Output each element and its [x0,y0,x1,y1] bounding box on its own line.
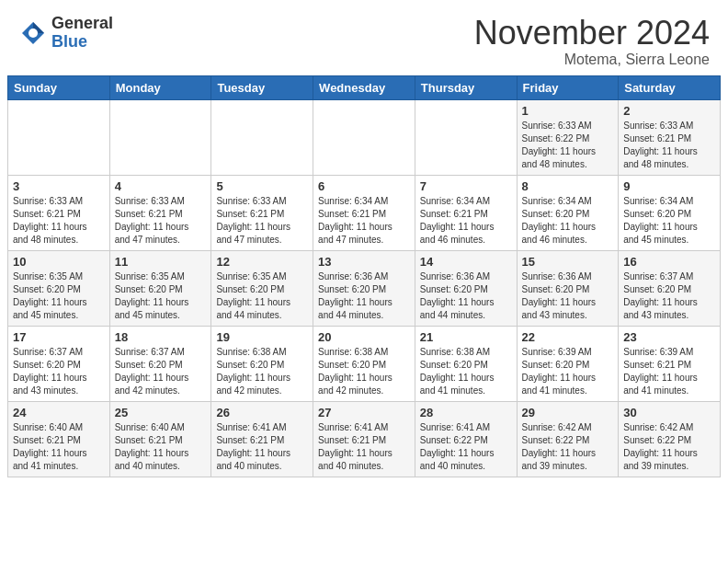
calendar-cell: 25Sunrise: 6:40 AM Sunset: 6:21 PM Dayli… [109,401,211,477]
day-number: 6 [318,179,410,193]
day-info: Sunrise: 6:33 AM Sunset: 6:21 PM Dayligh… [115,195,207,247]
day-info: Sunrise: 6:41 AM Sunset: 6:21 PM Dayligh… [216,421,308,473]
calendar-cell: 16Sunrise: 6:37 AM Sunset: 6:20 PM Dayli… [619,250,721,326]
day-number: 29 [522,406,614,419]
calendar-cell: 1Sunrise: 6:33 AM Sunset: 6:22 PM Daylig… [517,99,619,175]
day-number: 3 [13,179,105,193]
day-info: Sunrise: 6:34 AM Sunset: 6:20 PM Dayligh… [522,195,614,247]
calendar-cell: 27Sunrise: 6:41 AM Sunset: 6:21 PM Dayli… [313,401,415,477]
day-info: Sunrise: 6:36 AM Sunset: 6:20 PM Dayligh… [420,270,512,322]
svg-point-2 [28,29,38,38]
day-info: Sunrise: 6:33 AM Sunset: 6:21 PM Dayligh… [623,120,715,171]
col-friday: Friday [517,75,619,99]
calendar-cell: 19Sunrise: 6:38 AM Sunset: 6:20 PM Dayli… [211,326,313,401]
day-number: 25 [115,406,207,419]
day-number: 27 [318,406,410,419]
day-info: Sunrise: 6:34 AM Sunset: 6:21 PM Dayligh… [420,195,512,247]
month-title: November 2024 [474,15,710,52]
day-info: Sunrise: 6:38 AM Sunset: 6:20 PM Dayligh… [216,346,308,397]
day-number: 4 [115,179,207,193]
day-number: 28 [420,406,512,419]
location: Motema, Sierra Leone [474,52,710,68]
day-number: 18 [115,330,207,344]
logo-icon [18,18,48,48]
day-number: 14 [420,255,512,269]
col-monday: Monday [109,75,211,99]
calendar-week-row: 17Sunrise: 6:37 AM Sunset: 6:20 PM Dayli… [8,326,721,401]
page: General Blue November 2024 Motema, Sierr… [0,0,728,563]
calendar-cell: 18Sunrise: 6:37 AM Sunset: 6:20 PM Dayli… [109,326,211,401]
day-number: 12 [216,255,308,269]
logo: General Blue [18,15,113,52]
calendar-cell: 26Sunrise: 6:41 AM Sunset: 6:21 PM Dayli… [211,401,313,477]
day-info: Sunrise: 6:35 AM Sunset: 6:20 PM Dayligh… [216,270,308,322]
day-info: Sunrise: 6:36 AM Sunset: 6:20 PM Dayligh… [318,270,410,322]
calendar-cell: 12Sunrise: 6:35 AM Sunset: 6:20 PM Dayli… [211,250,313,326]
day-info: Sunrise: 6:42 AM Sunset: 6:22 PM Dayligh… [623,421,715,473]
calendar-week-row: 24Sunrise: 6:40 AM Sunset: 6:21 PM Dayli… [8,401,721,477]
day-info: Sunrise: 6:35 AM Sunset: 6:20 PM Dayligh… [115,270,207,322]
calendar-cell: 30Sunrise: 6:42 AM Sunset: 6:22 PM Dayli… [619,401,721,477]
col-thursday: Thursday [415,75,517,99]
day-info: Sunrise: 6:39 AM Sunset: 6:21 PM Dayligh… [623,346,715,397]
calendar-cell [109,99,211,175]
day-info: Sunrise: 6:40 AM Sunset: 6:21 PM Dayligh… [13,421,105,473]
calendar-cell [313,99,415,175]
header: General Blue November 2024 Motema, Sierr… [0,0,728,75]
day-info: Sunrise: 6:33 AM Sunset: 6:21 PM Dayligh… [216,195,308,247]
day-number: 11 [115,255,207,269]
calendar-cell: 9Sunrise: 6:34 AM Sunset: 6:20 PM Daylig… [619,175,721,250]
calendar-cell [8,99,110,175]
day-info: Sunrise: 6:40 AM Sunset: 6:21 PM Dayligh… [115,421,207,473]
calendar-cell: 6Sunrise: 6:34 AM Sunset: 6:21 PM Daylig… [313,175,415,250]
logo-blue-text: Blue [51,33,113,52]
day-info: Sunrise: 6:36 AM Sunset: 6:20 PM Dayligh… [522,270,614,322]
day-number: 23 [623,330,715,344]
day-number: 1 [522,104,614,118]
day-info: Sunrise: 6:37 AM Sunset: 6:20 PM Dayligh… [623,270,715,322]
col-wednesday: Wednesday [313,75,415,99]
day-info: Sunrise: 6:42 AM Sunset: 6:22 PM Dayligh… [522,421,614,473]
calendar-cell: 2Sunrise: 6:33 AM Sunset: 6:21 PM Daylig… [619,99,721,175]
day-number: 21 [420,330,512,344]
day-info: Sunrise: 6:33 AM Sunset: 6:21 PM Dayligh… [13,195,105,247]
calendar-cell: 29Sunrise: 6:42 AM Sunset: 6:22 PM Dayli… [517,401,619,477]
calendar-cell: 22Sunrise: 6:39 AM Sunset: 6:20 PM Dayli… [517,326,619,401]
calendar-cell: 11Sunrise: 6:35 AM Sunset: 6:20 PM Dayli… [109,250,211,326]
day-info: Sunrise: 6:34 AM Sunset: 6:21 PM Dayligh… [318,195,410,247]
day-info: Sunrise: 6:38 AM Sunset: 6:20 PM Dayligh… [420,346,512,397]
calendar-cell: 17Sunrise: 6:37 AM Sunset: 6:20 PM Dayli… [8,326,110,401]
calendar-cell: 10Sunrise: 6:35 AM Sunset: 6:20 PM Dayli… [8,250,110,326]
logo-text: General Blue [51,15,113,52]
day-number: 24 [13,406,105,419]
day-info: Sunrise: 6:37 AM Sunset: 6:20 PM Dayligh… [115,346,207,397]
day-info: Sunrise: 6:34 AM Sunset: 6:20 PM Dayligh… [623,195,715,247]
calendar-cell: 23Sunrise: 6:39 AM Sunset: 6:21 PM Dayli… [619,326,721,401]
calendar-cell: 4Sunrise: 6:33 AM Sunset: 6:21 PM Daylig… [109,175,211,250]
day-number: 8 [522,179,614,193]
calendar-week-row: 10Sunrise: 6:35 AM Sunset: 6:20 PM Dayli… [8,250,721,326]
calendar-cell [211,99,313,175]
calendar-cell: 3Sunrise: 6:33 AM Sunset: 6:21 PM Daylig… [8,175,110,250]
day-info: Sunrise: 6:41 AM Sunset: 6:21 PM Dayligh… [318,421,410,473]
calendar-cell: 28Sunrise: 6:41 AM Sunset: 6:22 PM Dayli… [415,401,517,477]
calendar-cell: 7Sunrise: 6:34 AM Sunset: 6:21 PM Daylig… [415,175,517,250]
day-number: 2 [623,104,715,118]
calendar-cell: 21Sunrise: 6:38 AM Sunset: 6:20 PM Dayli… [415,326,517,401]
calendar-week-row: 3Sunrise: 6:33 AM Sunset: 6:21 PM Daylig… [8,175,721,250]
day-number: 26 [216,406,308,419]
calendar-cell: 13Sunrise: 6:36 AM Sunset: 6:20 PM Dayli… [313,250,415,326]
day-info: Sunrise: 6:39 AM Sunset: 6:20 PM Dayligh… [522,346,614,397]
calendar-cell: 24Sunrise: 6:40 AM Sunset: 6:21 PM Dayli… [8,401,110,477]
calendar-week-row: 1Sunrise: 6:33 AM Sunset: 6:22 PM Daylig… [8,99,721,175]
day-number: 16 [623,255,715,269]
logo-general-text: General [51,15,113,33]
calendar: Sunday Monday Tuesday Wednesday Thursday… [0,75,728,563]
day-info: Sunrise: 6:37 AM Sunset: 6:20 PM Dayligh… [13,346,105,397]
day-number: 30 [623,406,715,419]
day-number: 5 [216,179,308,193]
day-info: Sunrise: 6:38 AM Sunset: 6:20 PM Dayligh… [318,346,410,397]
calendar-table: Sunday Monday Tuesday Wednesday Thursday… [7,75,721,477]
day-number: 13 [318,255,410,269]
calendar-cell [415,99,517,175]
